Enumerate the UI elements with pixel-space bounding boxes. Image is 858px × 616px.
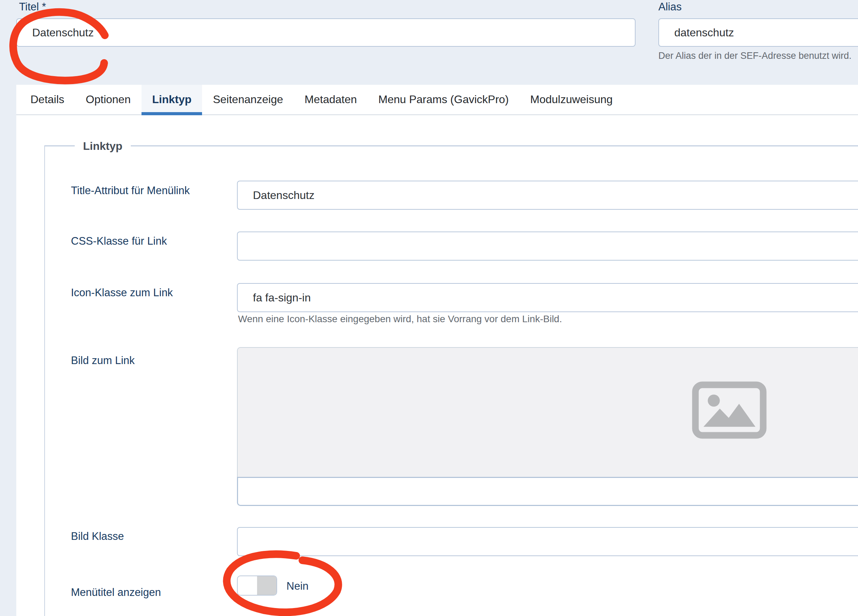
tab-optionen[interactable]: Optionen <box>75 85 141 114</box>
tab-seitenanzeige[interactable]: Seitenanzeige <box>202 85 294 114</box>
image-icon <box>692 381 767 439</box>
icon-klasse-input[interactable] <box>237 283 858 312</box>
icon-klasse-help-text: Wenn eine Icon-Klasse eingegeben wird, h… <box>238 313 562 325</box>
tab-metadaten[interactable]: Metadaten <box>294 85 367 114</box>
alias-help-text: Der Alias der in der SEF-Adresse benutzt… <box>658 50 852 62</box>
menutitel-anzeigen-label: Menütitel anzeigen <box>71 586 161 599</box>
icon-klasse-label: Icon-Klasse zum Link <box>71 286 173 299</box>
css-klasse-input[interactable] <box>237 232 858 261</box>
menu-title-toggle[interactable] <box>237 576 277 596</box>
titel-input[interactable] <box>16 18 636 47</box>
menu-item-edit-screen: Titel * Alias Der Alias der in der SEF-A… <box>0 0 858 616</box>
bild-zum-link-label: Bild zum Link <box>71 355 135 367</box>
title-attribut-input[interactable] <box>237 180 858 210</box>
tab-linktyp[interactable]: Linktyp <box>141 85 202 114</box>
css-klasse-label: CSS-Klasse für Link <box>71 235 167 247</box>
tab-modulzuweisung[interactable]: Modulzuweisung <box>520 85 623 114</box>
tab-menu-params-gavickpro[interactable]: Menu Params (GavickPro) <box>368 85 520 114</box>
alias-input[interactable] <box>658 18 858 47</box>
toggle-state-text: Nein <box>286 580 309 593</box>
bild-klasse-input[interactable] <box>237 527 858 556</box>
image-preview-area <box>237 347 858 477</box>
tab-details[interactable]: Details <box>20 85 75 114</box>
linktyp-legend: Linktyp <box>75 139 131 153</box>
bild-klasse-label: Bild Klasse <box>71 530 124 543</box>
tab-bar: Details Optionen Linktyp Seitenanzeige M… <box>16 85 858 115</box>
title-attribut-label: Title-Attribut für Menülink <box>71 184 190 197</box>
toggle-knob <box>257 576 277 595</box>
image-path-input[interactable] <box>237 477 858 506</box>
titel-label: Titel * <box>19 1 46 13</box>
alias-label: Alias <box>658 1 682 13</box>
